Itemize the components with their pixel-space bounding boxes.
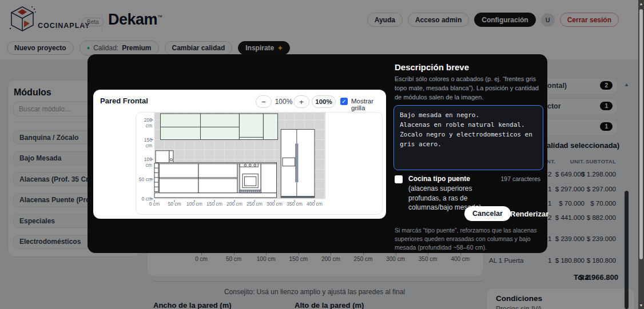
x-axis-label: 250 cm	[245, 201, 264, 207]
cancel-button[interactable]: Cancelar	[464, 206, 511, 221]
x-axis-label: 150 cm	[205, 201, 224, 207]
zoom-reset-button[interactable]: 100%	[312, 95, 336, 108]
zoom-out-button[interactable]: −	[256, 95, 272, 108]
x-axis-label: 400 cm	[305, 201, 324, 207]
y-axis-label: 200 cm	[137, 117, 152, 129]
char-count: 197 caracteres	[501, 175, 540, 182]
modal-title: Descripción breve	[395, 62, 469, 72]
x-axis-label: 0 cm	[145, 201, 164, 207]
x-axis-label: 50 cm	[165, 201, 184, 207]
y-axis-label: 100 cm	[137, 156, 152, 168]
wall-canvas-title: Pared Frontal	[100, 97, 148, 105]
modal-helper-text: Escribí sólo colores o acabados (p. ej. …	[395, 75, 541, 102]
render-description-modal: Pared Frontal − 100% + 100% ✓ Mostrar gr…	[88, 54, 547, 253]
scroll-down-icon[interactable]: ▼	[638, 303, 644, 307]
y-axis-label: 0 cm	[137, 196, 152, 202]
modal-footnote: Si marcás “tipo puente”, reforzamos que …	[395, 226, 543, 252]
y-axis-label: 150 cm	[137, 137, 152, 149]
page-scrollbar-thumb[interactable]	[639, 9, 643, 259]
zoom-level: 100%	[274, 98, 293, 106]
x-axis-label: 100 cm	[185, 201, 204, 207]
x-axis-label: 200 cm	[225, 201, 244, 207]
y-axis-label: 50 cm	[137, 176, 152, 182]
description-textarea[interactable]: Bajo mesada en negro. Alacenas en roble …	[393, 105, 543, 170]
show-grid-checkbox[interactable]: ✓	[340, 98, 348, 105]
app-root: COCINAPLAY Beta Dekam™ Ayuda Acceso admi…	[0, 0, 644, 309]
wall-drawing-area[interactable]: 0 cm50 cm100 cm150 cm200 cm250 cm300 cm3…	[136, 112, 383, 215]
x-axis-label: 350 cm	[285, 201, 304, 207]
zoom-in-button[interactable]: +	[293, 95, 309, 108]
scroll-up-icon[interactable]: ▲	[638, 2, 644, 6]
x-axis-label: 300 cm	[265, 201, 284, 207]
bridge-kitchen-checkbox[interactable]	[395, 175, 403, 183]
wall-drawing-svg	[136, 113, 382, 214]
page-scrollbar[interactable]: ▲ ▼	[638, 0, 644, 309]
render-button[interactable]: Renderizar	[508, 206, 551, 221]
show-grid-label: Mostrar grilla	[351, 98, 386, 111]
wall-canvas-card: Pared Frontal − 100% + 100% ✓ Mostrar gr…	[93, 90, 386, 219]
